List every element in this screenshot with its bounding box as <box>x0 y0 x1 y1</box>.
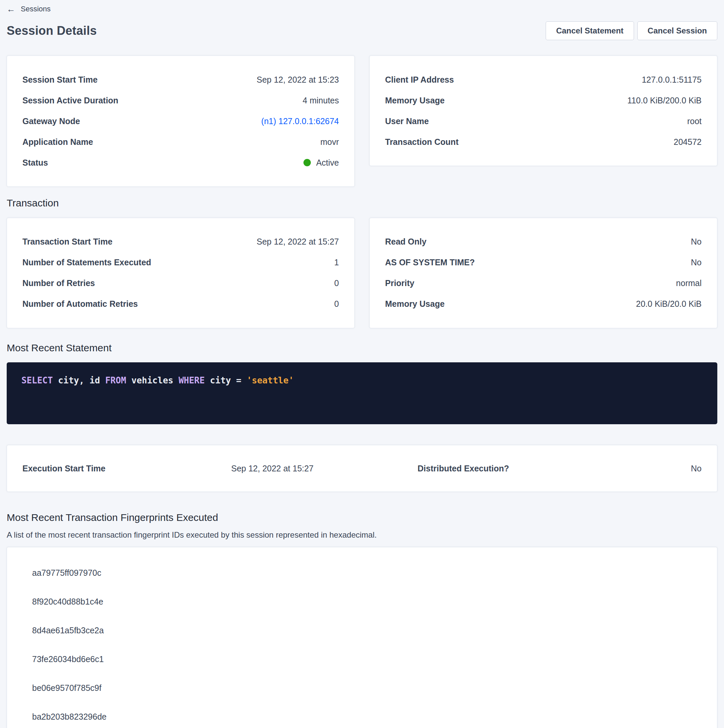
row-value: Sep 12, 2022 at 15:27 <box>257 237 339 246</box>
transaction-right-card: Read Only No AS OF SYSTEM TIME? No Prior… <box>369 218 717 328</box>
row-value: movr <box>320 137 339 147</box>
fingerprint-row: 73fe26034bd6e6c1 <box>32 645 702 674</box>
detail-row: Transaction Count 204572 <box>385 132 702 152</box>
fingerprint-id: 73fe26034bd6e6c1 <box>32 655 104 664</box>
status-value: Active <box>316 158 339 168</box>
detail-row: Memory Usage 110.0 KiB/200.0 KiB <box>385 90 702 111</box>
sql-keyword: WHERE <box>179 375 205 385</box>
detail-row: Number of Retries 0 <box>22 273 339 294</box>
detail-row: Number of Automatic Retries 0 <box>22 294 339 315</box>
row-value: 20.0 KiB/20.0 KiB <box>636 299 702 309</box>
detail-row: Gateway Node (n1) 127.0.0.1:62674 <box>22 111 339 132</box>
row-value: Sep 12, 2022 at 15:23 <box>257 75 339 85</box>
fingerprint-id: 8d4ae61a5fb3ce2a <box>32 626 104 635</box>
session-summary-grid: Session Start Time Sep 12, 2022 at 15:23… <box>7 55 717 187</box>
execution-right-cell: Distributed Execution? No <box>418 464 702 473</box>
fingerprint-id: be06e9570f785c9f <box>32 683 101 693</box>
row-value: 204572 <box>674 137 702 147</box>
row-label: Transaction Start Time <box>22 237 112 246</box>
row-value: 0 <box>334 299 339 309</box>
row-label: Transaction Count <box>385 137 458 147</box>
row-value: 110.0 KiB/200.0 KiB <box>627 96 702 106</box>
row-label: Number of Statements Executed <box>22 258 151 267</box>
gateway-node-link[interactable]: (n1) 127.0.0.1:62674 <box>261 116 339 126</box>
cancel-statement-button[interactable]: Cancel Statement <box>546 21 634 40</box>
row-label: Number of Automatic Retries <box>22 299 138 309</box>
detail-row: Status Active <box>22 152 339 173</box>
row-label: Priority <box>385 278 415 288</box>
row-label: Memory Usage <box>385 96 445 106</box>
fingerprint-row: aa79775ff097970c <box>32 559 702 587</box>
status-badge: Active <box>303 158 339 168</box>
transaction-left-card: Transaction Start Time Sep 12, 2022 at 1… <box>7 218 355 328</box>
row-value: 4 minutes <box>303 96 339 106</box>
detail-row: Number of Statements Executed 1 <box>22 252 339 273</box>
sql-text: city, id <box>53 375 106 385</box>
row-value: 0 <box>334 278 339 288</box>
fingerprints-card: aa79775ff097970c 8f920c40d88b1c4e 8d4ae6… <box>7 547 717 728</box>
detail-row: Client IP Address 127.0.0.1:51175 <box>385 69 702 90</box>
row-label: Read Only <box>385 237 427 246</box>
fingerprint-id: aa79775ff097970c <box>32 568 101 578</box>
row-label: Session Start Time <box>22 75 98 85</box>
sql-text: city = <box>205 375 246 385</box>
fingerprint-id: ba2b203b823296de <box>32 712 106 722</box>
row-value: No <box>691 237 702 246</box>
row-label: Client IP Address <box>385 75 454 85</box>
row-label: Distributed Execution? <box>418 464 509 473</box>
detail-row: Application Name movr <box>22 132 339 152</box>
back-link-label: Sessions <box>21 5 51 14</box>
sql-text: vehicles <box>126 375 179 385</box>
row-label: Number of Retries <box>22 278 95 288</box>
row-value: Sep 12, 2022 at 15:27 <box>231 464 418 473</box>
row-label: Memory Usage <box>385 299 445 309</box>
row-label: Execution Start Time <box>22 464 231 473</box>
fingerprint-row: be06e9570f785c9f <box>32 674 702 703</box>
execution-details-card: Execution Start Time Sep 12, 2022 at 15:… <box>7 445 717 492</box>
fingerprints-section-heading: Most Recent Transaction Fingerprints Exe… <box>7 512 717 524</box>
session-details-page: ← Sessions Session Details Cancel Statem… <box>0 0 724 728</box>
transaction-grid: Transaction Start Time Sep 12, 2022 at 1… <box>7 218 717 328</box>
sql-string-literal: 'seattle' <box>246 375 294 385</box>
client-info-card: Client IP Address 127.0.0.1:51175 Memory… <box>369 55 717 166</box>
row-value: No <box>691 258 702 267</box>
transaction-section-heading: Transaction <box>7 197 717 209</box>
row-label: Application Name <box>22 137 93 147</box>
fingerprint-id: 8f920c40d88b1c4e <box>32 597 103 607</box>
sql-statement-block: SELECT city, id FROM vehicles WHERE city… <box>7 362 717 424</box>
row-label: Gateway Node <box>22 116 80 126</box>
row-label: AS OF SYSTEM TIME? <box>385 258 475 267</box>
detail-row: Transaction Start Time Sep 12, 2022 at 1… <box>22 231 339 252</box>
statement-section-heading: Most Recent Statement <box>7 342 717 354</box>
fingerprint-row: 8f920c40d88b1c4e <box>32 587 702 616</box>
cancel-session-button[interactable]: Cancel Session <box>637 21 717 40</box>
row-value: root <box>687 116 702 126</box>
detail-row: AS OF SYSTEM TIME? No <box>385 252 702 273</box>
page-title: Session Details <box>7 24 97 38</box>
sql-keyword: SELECT <box>21 375 53 385</box>
row-label: Session Active Duration <box>22 96 118 106</box>
row-label: Status <box>22 158 48 168</box>
sql-keyword: FROM <box>105 375 126 385</box>
action-buttons: Cancel Statement Cancel Session <box>546 21 717 40</box>
fingerprints-description: A list of the most recent transaction fi… <box>7 530 717 540</box>
row-value: 127.0.0.1:51175 <box>642 75 702 85</box>
fingerprint-row: 8d4ae61a5fb3ce2a <box>32 616 702 645</box>
fingerprint-row: ba2b203b823296de <box>32 703 702 728</box>
detail-row: Memory Usage 20.0 KiB/20.0 KiB <box>385 294 702 315</box>
detail-row: Session Start Time Sep 12, 2022 at 15:23 <box>22 69 339 90</box>
row-value: No <box>691 464 702 473</box>
detail-row: Session Active Duration 4 minutes <box>22 90 339 111</box>
detail-row: User Name root <box>385 111 702 132</box>
detail-row: Priority normal <box>385 273 702 294</box>
session-info-card: Session Start Time Sep 12, 2022 at 15:23… <box>7 55 355 187</box>
back-to-sessions-link[interactable]: ← Sessions <box>7 5 51 14</box>
status-active-dot-icon <box>303 159 311 166</box>
title-row: Session Details Cancel Statement Cancel … <box>7 21 717 40</box>
row-label: User Name <box>385 116 429 126</box>
back-arrow-icon: ← <box>7 5 15 14</box>
row-value: normal <box>676 278 702 288</box>
detail-row: Read Only No <box>385 231 702 252</box>
row-value: 1 <box>334 258 339 267</box>
